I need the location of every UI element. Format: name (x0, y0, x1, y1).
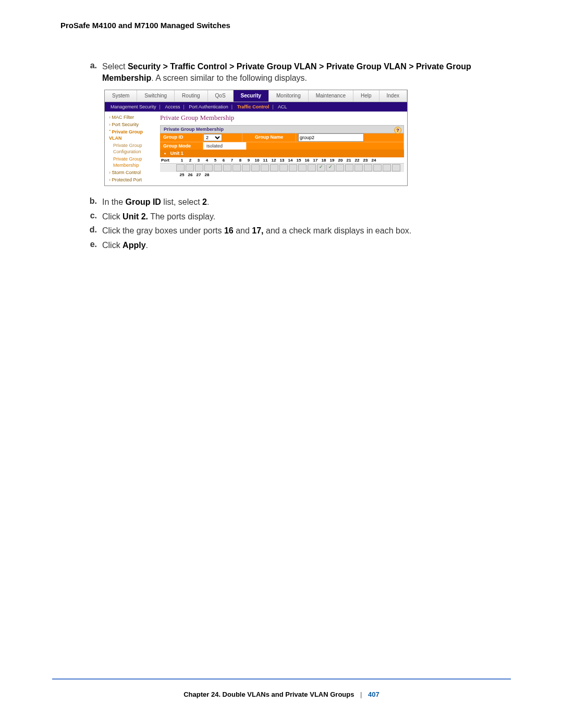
step-letter: b. (83, 196, 102, 208)
sidebar-item-stormcontrol[interactable]: Storm Control (105, 169, 157, 176)
port-number: 16 (303, 157, 311, 163)
unit-toggle-icon[interactable]: • (164, 151, 166, 156)
page-footer: Chapter 24. Double VLANs and Private VLA… (0, 690, 563, 698)
t: Click (102, 241, 123, 250)
port-number: 17 (311, 157, 320, 163)
subnav-mgmt[interactable]: Management Security (111, 104, 156, 109)
tab-index[interactable]: Index (380, 90, 407, 102)
port-checkbox[interactable] (392, 164, 400, 171)
subpanel-header: Private Group Membership ? (160, 125, 404, 133)
port-number: 14 (286, 157, 295, 163)
ui-screenshot: System Switching Routing QoS Security Mo… (104, 90, 408, 186)
t: and a check mark displays in each box. (264, 226, 412, 235)
sidebar: MAC Filter Port Security Private Group V… (105, 112, 157, 186)
port-number: 11 (261, 157, 270, 163)
t: Select (102, 62, 128, 71)
step-text: Click the gray boxes under ports 16 and … (102, 225, 511, 237)
port-number: 7 (228, 157, 236, 163)
t: list, select (161, 198, 202, 206)
port-number: 12 (270, 157, 278, 163)
t: Click (102, 212, 123, 221)
port-checkbox[interactable] (289, 164, 297, 171)
port-checkbox[interactable] (345, 164, 353, 171)
port-checkbox[interactable] (223, 164, 231, 171)
tab-qos[interactable]: QoS (208, 90, 234, 102)
step-text: Click Unit 2. The ports display. (102, 211, 511, 223)
tab-security[interactable]: Security (234, 90, 269, 102)
port-number: 22 (353, 157, 361, 163)
port-checkbox[interactable] (176, 164, 185, 171)
tab-help[interactable]: Help (353, 90, 380, 102)
port-checkbox[interactable] (261, 164, 269, 171)
port-checkbox[interactable] (308, 164, 316, 171)
port-checkbox[interactable] (186, 164, 194, 171)
t: 2 (202, 198, 207, 206)
footer-sep: | (360, 690, 362, 698)
t: . (207, 198, 209, 206)
subnav-portauth[interactable]: Port Authentication (189, 104, 228, 109)
group-id-row: Group ID 2 Group Name (160, 133, 404, 142)
port-boxes-row1 (176, 164, 401, 172)
port-grid-row1 (160, 163, 404, 172)
port-checkbox[interactable] (232, 164, 241, 171)
help-icon[interactable]: ? (394, 127, 401, 134)
unit-row[interactable]: • Unit 1 (160, 150, 404, 157)
port-checkbox[interactable] (242, 164, 250, 171)
port-number: 25 (178, 172, 186, 178)
port-checkbox[interactable] (383, 164, 391, 171)
footer-chapter: Chapter 24. Double VLANs and Private VLA… (183, 690, 354, 698)
sidebar-item-macfilter[interactable]: MAC Filter (105, 114, 157, 121)
port-checkbox[interactable] (214, 164, 222, 171)
group-mode-label: Group Mode (160, 142, 203, 150)
tab-monitoring[interactable]: Monitoring (269, 90, 309, 102)
t: Unit 2. (123, 212, 148, 221)
port-checkbox[interactable] (373, 164, 382, 171)
step-letter: d. (83, 225, 102, 237)
sep: | (231, 104, 232, 109)
sidebar-item-pgvlan[interactable]: Private Group VLAN (105, 128, 157, 142)
port-checkbox[interactable] (317, 164, 325, 171)
footer-page: 407 (368, 690, 380, 698)
sidebar-item-portsecurity[interactable]: Port Security (105, 121, 157, 128)
port-number: 5 (211, 157, 219, 163)
step-text: In the Group ID list, select 2. (102, 196, 511, 208)
port-number: 19 (328, 157, 336, 163)
step-d: d. Click the gray boxes under ports 16 a… (83, 225, 511, 237)
port-number: 9 (244, 157, 253, 163)
port-number: 3 (194, 157, 203, 163)
footer-rule (52, 678, 511, 680)
sidebar-item-pgconfig[interactable]: Private Group Configuration (105, 142, 157, 155)
port-number: 10 (253, 157, 261, 163)
tab-maintenance[interactable]: Maintenance (309, 90, 353, 102)
port-checkbox[interactable] (251, 164, 260, 171)
sidebar-item-protectedport[interactable]: Protected Port (105, 176, 157, 183)
t: Click the gray boxes under ports (102, 226, 224, 235)
step-text: Select Security > Traffic Control > Priv… (102, 61, 511, 83)
group-mode-row: Group Mode isolated (160, 142, 404, 150)
sep: | (183, 104, 184, 109)
port-checkbox[interactable] (298, 164, 307, 171)
sidebar-item-pgmember[interactable]: Private Group Membership (105, 155, 157, 169)
port-checkbox[interactable] (364, 164, 372, 171)
port-checkbox[interactable] (204, 164, 213, 171)
subnav-traffic[interactable]: Traffic Control (237, 104, 270, 109)
tab-system[interactable]: System (105, 90, 137, 102)
group-id-select[interactable]: 2 (203, 134, 222, 141)
port-number: 21 (345, 157, 353, 163)
t: Group ID (125, 198, 161, 206)
subnav-access[interactable]: Access (165, 104, 180, 109)
port-checkbox[interactable] (279, 164, 288, 171)
port-checkbox[interactable] (195, 164, 203, 171)
port-checkbox[interactable] (326, 164, 335, 171)
tab-switching[interactable]: Switching (137, 90, 175, 102)
t: and (234, 226, 252, 235)
port-checkbox[interactable] (336, 164, 344, 171)
port-number: 8 (236, 157, 244, 163)
group-name-input[interactable] (298, 133, 364, 142)
tab-routing[interactable]: Routing (175, 90, 207, 102)
port-checkbox[interactable] (354, 164, 363, 171)
subnav-acl[interactable]: ACL (278, 104, 287, 109)
t: . A screen similar to the following disp… (151, 73, 307, 82)
port-checkbox[interactable] (270, 164, 278, 171)
port-number: 6 (219, 157, 228, 163)
